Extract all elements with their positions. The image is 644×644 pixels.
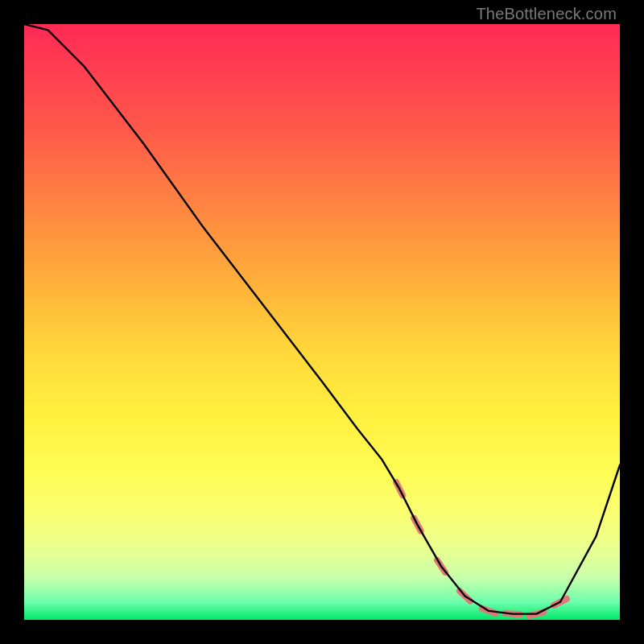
attribution-label: TheBottleneck.com bbox=[476, 5, 617, 23]
bottleneck-curve bbox=[24, 24, 620, 614]
highlight-markers bbox=[396, 482, 567, 616]
plot-area bbox=[24, 24, 620, 620]
chart-frame: TheBottleneck.com bbox=[0, 0, 644, 644]
chart-overlay bbox=[24, 24, 620, 620]
